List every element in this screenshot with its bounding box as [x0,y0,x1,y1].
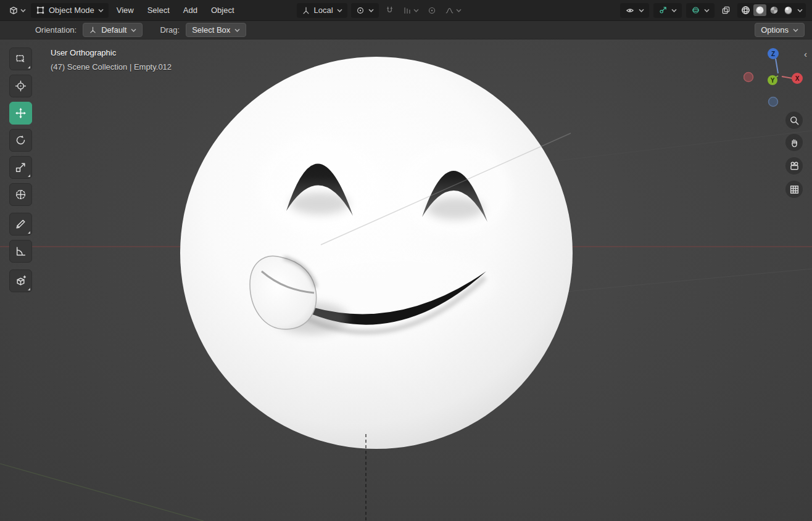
tool-cursor[interactable] [9,75,32,97]
orientation-default-value: Default [101,25,126,35]
shading-solid-button[interactable] [753,4,766,16]
tool-measure[interactable] [9,240,32,263]
pan-hand-icon [789,137,800,148]
orientation-label: Orientation: [35,25,77,35]
shading-material-button[interactable] [768,4,781,16]
scale-icon [15,162,27,173]
pivot-point-dropdown[interactable] [351,3,379,18]
tool-move[interactable] [9,102,32,125]
menu-select[interactable]: Select [142,4,175,17]
chevron-down-icon [234,28,240,32]
axis-neg-x-ball[interactable] [744,73,753,82]
chevron-down-icon [704,9,710,12]
drag-mode-dropdown[interactable]: Select Box [186,23,246,37]
transform-orientation-dropdown[interactable]: Local [297,3,347,18]
tool-scale[interactable] [9,156,32,179]
tool-flyout-indicator [28,288,30,290]
falloff-curve-icon [445,6,454,15]
select-box-icon [15,53,27,65]
chevron-down-icon [793,28,798,32]
orientation-value: Local [314,6,333,15]
chevron-down-icon [456,9,462,12]
chevron-down-icon [671,9,677,12]
proportional-circle-icon [428,6,436,15]
move-icon [15,107,27,119]
chevron-down-icon [337,9,342,12]
shading-rendered-button[interactable] [782,4,795,16]
chevron-down-icon [413,9,419,12]
pan-button[interactable] [785,134,803,151]
shading-dropdown[interactable] [796,8,804,13]
gizmos-dropdown[interactable] [653,3,682,18]
pivot-point-icon [356,6,365,15]
zoom-icon [789,115,800,126]
snap-increment-icon [403,6,412,15]
axis-x-label: X [795,75,800,82]
viewport-3d[interactable]: User Orthographic (47) Scene Collection … [0,39,812,521]
smiley-face-model[interactable] [180,57,573,449]
orientation-default-dropdown[interactable]: Default [83,23,143,37]
proportional-falloff-dropdown[interactable] [442,3,464,18]
chevron-down-icon [98,9,104,12]
tool-add-cube[interactable] [9,269,32,292]
camera-view-button[interactable] [785,157,803,174]
chevron-down-icon [20,9,26,12]
navigation-axis-gizmo[interactable]: Z X Y [744,48,805,107]
tool-rotate[interactable] [9,129,32,152]
snap-toggle[interactable] [383,3,397,18]
snap-settings-dropdown[interactable] [400,3,421,18]
overlays-dropdown[interactable] [686,3,715,18]
shading-wireframe-button[interactable] [739,4,752,16]
axis-z-label: Z [771,51,775,57]
scene-breadcrumb: (47) Scene Collection | Empty.012 [51,60,172,74]
proportional-editing-toggle[interactable] [425,3,439,18]
tool-select-box[interactable] [9,47,32,70]
shading-rendered-icon [783,5,793,15]
shading-wireframe-icon [740,5,751,15]
grid-ortho-icon [789,184,800,195]
tool-transform[interactable] [9,183,32,206]
tool-flyout-indicator [28,66,30,68]
header-center-group: Local [297,3,464,18]
viewport-overlay-text: User Orthographic (47) Scene Collection … [51,46,172,74]
xray-toggle[interactable] [719,3,733,18]
tool-annotate[interactable] [9,213,32,236]
header-left-group: Object Mode View Select Add Object [6,3,240,18]
drag-mode-value: Select Box [192,25,230,35]
cursor-icon [15,80,27,92]
scene-render [0,39,812,521]
orientation-axes-icon [89,26,97,34]
overlays-icon [691,6,700,15]
menu-bar: View Select Add Object [111,4,240,17]
orientation-axes-icon [302,6,310,15]
rotate-icon [15,134,27,146]
shading-mode-group [737,3,806,18]
mode-label: Object Mode [49,6,94,15]
tool-flyout-indicator [28,174,30,177]
add-cube-icon [15,275,27,287]
object-visibility-dropdown[interactable] [620,3,649,18]
eye-icon [625,6,635,15]
axis-neg-z-ball[interactable] [769,97,778,107]
menu-add[interactable]: Add [178,4,203,17]
menu-view[interactable]: View [111,4,139,17]
left-toolbar [9,47,33,297]
editor-type-button[interactable] [6,3,28,18]
drag-label: Drag: [160,25,180,35]
sidebar-toggle-arrow[interactable]: ‹ [804,49,807,59]
camera-view-icon [789,161,800,171]
options-dropdown[interactable]: Options [755,23,805,37]
mode-dropdown[interactable]: Object Mode [31,3,109,18]
tool-flyout-indicator [28,231,30,234]
shading-material-icon [769,5,779,15]
menu-object[interactable]: Object [205,4,240,17]
zoom-button[interactable] [785,112,803,129]
options-label: Options [761,25,789,35]
object-mode-icon [36,6,45,15]
magnet-icon [385,6,394,15]
xray-icon [721,6,731,15]
header-right-group [620,3,806,18]
toggle-ortho-button[interactable] [785,181,803,198]
measure-icon [15,245,27,257]
chevron-down-icon [797,9,803,12]
